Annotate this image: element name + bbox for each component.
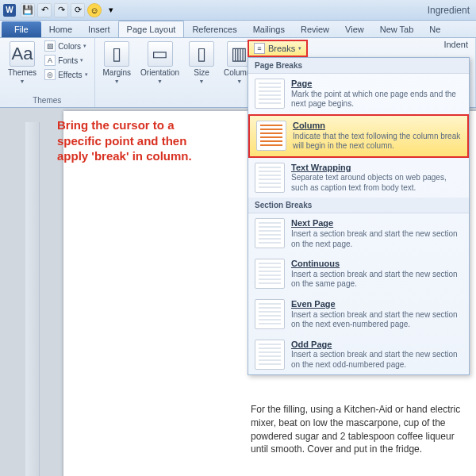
tab-view[interactable]: View <box>337 21 372 37</box>
annotation-text: Bring the cursor to a specific point and… <box>57 117 200 164</box>
word-app-icon: W <box>3 4 16 17</box>
menu-item-title: Column <box>293 121 461 132</box>
colors-button[interactable]: ▧Colors▾ <box>43 40 89 52</box>
tab-page-layout[interactable]: Page Layout <box>118 21 185 37</box>
menu-item-page[interactable]: Page Mark the point at which one page en… <box>248 74 469 114</box>
menu-item-odd-page[interactable]: Odd Page Insert a section break and star… <box>248 335 469 375</box>
text-wrapping-icon <box>255 163 285 193</box>
menu-item-even-page[interactable]: Even Page Insert a section break and sta… <box>248 294 469 335</box>
tab-review[interactable]: Review <box>293 21 337 37</box>
tab-home[interactable]: Home <box>41 21 80 37</box>
next-page-icon <box>255 218 285 248</box>
redo-icon[interactable]: ↷ <box>54 3 68 17</box>
menu-item-title: Next Page <box>291 218 463 229</box>
title-bar: W 💾 ↶ ↷ ⟳ ☺ ▾ Ingredient <box>0 0 476 21</box>
themes-icon: Aa <box>10 41 35 67</box>
document-body-text: For the filling, using a Kitchen-Aid or … <box>251 403 473 456</box>
size-label: Size <box>194 68 209 77</box>
colors-icon: ▧ <box>44 40 56 52</box>
chevron-down-icon: ▾ <box>298 45 301 52</box>
ribbon-tabs: File Home Insert Page Layout References … <box>0 21 476 38</box>
orientation-button[interactable]: ▭Orientation▼ <box>137 40 182 86</box>
menu-item-desc: Insert a section break and start the new… <box>291 310 463 330</box>
menu-item-desc: Mark the point at which one page ends an… <box>291 90 463 109</box>
file-tab[interactable]: File <box>2 21 41 37</box>
breaks-button-wrap: ≡ Breaks ▾ <box>248 40 308 57</box>
menu-item-desc: Separate text around objects on web page… <box>291 173 463 193</box>
menu-item-title: Even Page <box>291 299 463 310</box>
fonts-label: Fonts <box>58 56 78 65</box>
document-title: Ingredient <box>428 5 473 16</box>
breaks-button[interactable]: ≡ Breaks ▾ <box>248 40 308 57</box>
ribbon-right-fragment: Indent <box>440 38 476 51</box>
menu-item-next-page[interactable]: Next Page Insert a section break and sta… <box>248 213 469 254</box>
menu-item-continuous[interactable]: Continuous Insert a section break and st… <box>248 254 469 294</box>
tab-new-tab[interactable]: New Tab <box>372 21 422 37</box>
themes-label: Themes <box>8 68 36 77</box>
menu-item-title: Page <box>291 79 463 90</box>
margins-button[interactable]: ▯Margins▼ <box>100 40 135 86</box>
breaks-icon: ≡ <box>254 43 265 54</box>
margins-label: Margins <box>103 68 132 77</box>
themes-button[interactable]: Aa Themes ▼ <box>5 40 40 86</box>
tab-insert[interactable]: Insert <box>80 21 118 37</box>
even-page-icon <box>255 299 285 329</box>
menu-item-title: Text Wrapping <box>291 163 463 174</box>
fonts-button[interactable]: AFonts▾ <box>43 54 89 67</box>
effects-icon: ◎ <box>44 69 56 80</box>
menu-item-title: Odd Page <box>291 340 463 351</box>
smiley-icon[interactable]: ☺ <box>87 3 102 17</box>
vertical-ruler[interactable] <box>25 122 40 476</box>
effects-button[interactable]: ◎Effects▾ <box>43 68 89 81</box>
group-themes: Aa Themes ▼ ▧Colors▾ AFonts▾ ◎Effects▾ T… <box>0 38 95 107</box>
column-break-icon <box>256 121 286 151</box>
size-button[interactable]: ▯Size▼ <box>186 40 217 86</box>
menu-item-column[interactable]: Column Indicate that the text following … <box>248 114 469 158</box>
menu-item-desc: Insert a section break and start the new… <box>291 229 463 249</box>
page-break-icon <box>255 79 285 109</box>
continuous-icon <box>255 259 285 289</box>
colors-label: Colors <box>58 42 81 51</box>
menu-item-desc: Indicate that the text following the col… <box>293 132 461 152</box>
orientation-label: Orientation <box>140 68 179 77</box>
odd-page-icon <box>255 340 285 370</box>
menu-header-page-breaks: Page Breaks <box>248 58 469 74</box>
tab-extra[interactable]: Ne <box>421 21 448 37</box>
menu-item-desc: Insert a section break and start the new… <box>291 270 463 290</box>
size-icon: ▯ <box>189 41 214 67</box>
chevron-down-icon: ▼ <box>20 79 25 84</box>
margins-icon: ▯ <box>104 41 129 67</box>
customize-qat-icon[interactable]: ▾ <box>104 3 118 17</box>
breaks-label: Breaks <box>268 44 295 53</box>
save-icon[interactable]: 💾 <box>21 3 35 17</box>
group-themes-label: Themes <box>5 95 90 106</box>
menu-header-section-breaks: Section Breaks <box>248 198 469 213</box>
undo-icon[interactable]: ↶ <box>37 3 52 17</box>
quick-access-toolbar: 💾 ↶ ↷ ⟳ ☺ ▾ <box>21 3 118 17</box>
menu-item-desc: Insert a section break and start the new… <box>291 350 463 370</box>
indent-label: Indent <box>443 40 473 49</box>
breaks-menu: Page Breaks Page Mark the point at which… <box>248 57 470 375</box>
tab-mailings[interactable]: Mailings <box>245 21 293 37</box>
tab-references[interactable]: References <box>184 21 244 37</box>
effects-label: Effects <box>58 71 82 79</box>
orientation-icon: ▭ <box>148 41 173 67</box>
menu-item-title: Continuous <box>291 259 463 270</box>
fonts-icon: A <box>44 55 56 66</box>
menu-item-text-wrapping[interactable]: Text Wrapping Separate text around objec… <box>248 158 469 198</box>
refresh-icon[interactable]: ⟳ <box>71 3 85 17</box>
